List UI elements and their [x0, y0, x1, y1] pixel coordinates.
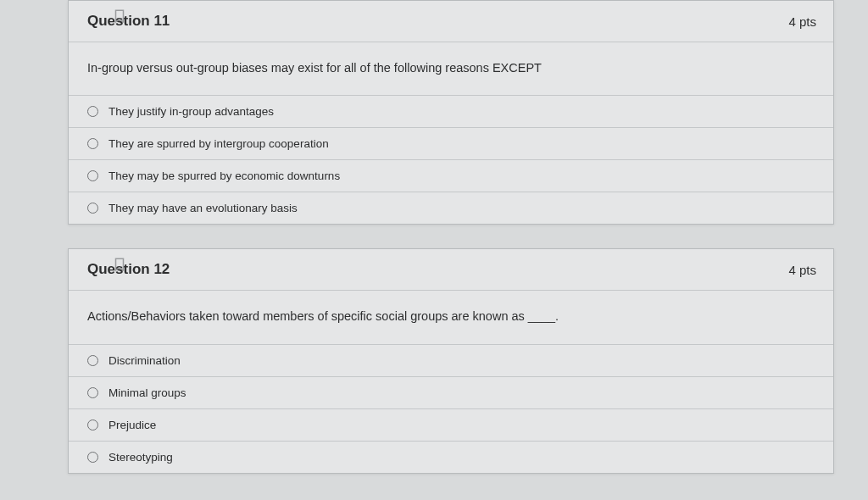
bookmark-icon[interactable] — [112, 257, 127, 272]
answer-label: They justify in-group advantages — [108, 105, 274, 118]
question-title: Question 11 — [87, 13, 170, 30]
answer-label: Minimal groups — [108, 386, 186, 399]
question-points: 4 pts — [788, 263, 816, 277]
answer-option[interactable]: Stereotyping — [69, 441, 833, 473]
answer-option[interactable]: Discrimination — [69, 344, 833, 376]
answer-label: They are spurred by intergroup cooperati… — [108, 137, 329, 150]
question-card-12: Question 12 4 pts Actions/Behaviors take… — [68, 248, 834, 473]
radio-icon[interactable] — [87, 387, 98, 398]
question-title: Question 12 — [87, 261, 170, 278]
answer-label: They may be spurred by economic downturn… — [108, 169, 340, 182]
question-card-11: Question 11 4 pts In-group versus out-gr… — [68, 0, 834, 225]
question-header: Question 12 4 pts — [69, 249, 833, 291]
answer-label: Discrimination — [108, 354, 181, 367]
answer-option[interactable]: They justify in-group advantages — [69, 95, 833, 127]
radio-icon[interactable] — [87, 106, 98, 117]
radio-icon[interactable] — [87, 452, 98, 463]
question-header: Question 11 4 pts — [69, 1, 833, 42]
answers-list: Discrimination Minimal groups Prejudice … — [69, 344, 833, 473]
answer-label: Prejudice — [108, 419, 156, 431]
radio-icon[interactable] — [87, 203, 98, 214]
radio-icon[interactable] — [87, 138, 98, 149]
radio-icon[interactable] — [87, 355, 98, 366]
answer-option[interactable]: Prejudice — [69, 408, 833, 441]
answer-option[interactable]: Minimal groups — [69, 376, 833, 408]
radio-icon[interactable] — [87, 170, 98, 181]
answer-option[interactable]: They may be spurred by economic downturn… — [69, 159, 833, 192]
answer-option[interactable]: They are spurred by intergroup cooperati… — [69, 127, 833, 159]
bookmark-icon[interactable] — [112, 8, 127, 24]
answers-list: They justify in-group advantages They ar… — [69, 95, 833, 224]
answer-label: Stereotyping — [108, 451, 173, 464]
radio-icon[interactable] — [87, 419, 98, 431]
question-points: 4 pts — [788, 14, 816, 29]
question-prompt: Actions/Behaviors taken toward members o… — [69, 291, 833, 343]
answer-label: They may have an evolutionary basis — [108, 202, 298, 214]
answer-option[interactable]: They may have an evolutionary basis — [69, 192, 833, 224]
question-prompt: In-group versus out-group biases may exi… — [69, 42, 833, 95]
